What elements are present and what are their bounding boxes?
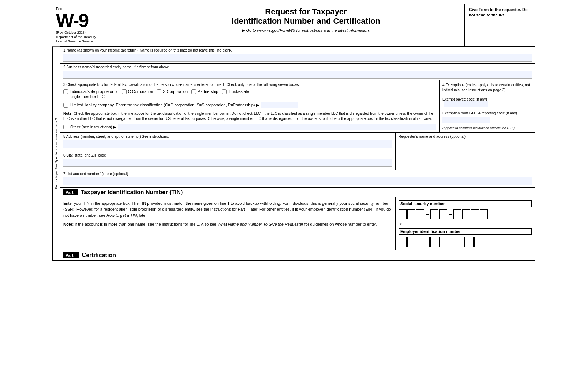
section6-label: 6 City, state, and ZIP code bbox=[63, 153, 392, 157]
form-dept2: Internal Revenue Service bbox=[56, 39, 143, 43]
checkbox-individual-label: Individual/sole proprietor or single-mem… bbox=[70, 89, 118, 99]
section7-row: 7 List account number(s) here (optional) bbox=[60, 170, 535, 188]
part1-body: Enter your TIN in the appropriate box. T… bbox=[60, 197, 535, 250]
part1-note-italic: What Name and Number To Give the Request… bbox=[217, 222, 303, 226]
ssn-cell-2[interactable] bbox=[407, 209, 415, 219]
section6-left: 6 City, state, and ZIP code bbox=[60, 151, 396, 170]
header-left: Form W-9 (Rev. October 2018) Department … bbox=[52, 4, 147, 46]
w9-form: Form W-9 (Rev. October 2018) Department … bbox=[52, 4, 535, 261]
field2-input[interactable] bbox=[63, 71, 532, 79]
part1-title: Taxpayer Identification Number (TIN) bbox=[81, 189, 183, 196]
checkbox-trust-label: Trust/estate bbox=[228, 89, 249, 94]
ssn-cell-5[interactable] bbox=[439, 209, 447, 219]
part2-header: Part II Certification bbox=[60, 250, 535, 260]
part1-left: Enter your TIN in the appropriate box. T… bbox=[60, 197, 396, 250]
address-input[interactable] bbox=[63, 140, 392, 148]
section6-row: 6 City, state, and ZIP code bbox=[60, 151, 535, 170]
ein-cell-2[interactable] bbox=[407, 237, 415, 247]
fatca-block: Exemption from FATCA reporting code (if … bbox=[442, 111, 532, 123]
ein-cell-6[interactable] bbox=[448, 237, 456, 247]
ssn-fields: – – bbox=[399, 209, 532, 219]
title-sub: Identification Number and Certification bbox=[151, 16, 461, 26]
checkbox-partnership: Partnership bbox=[191, 89, 218, 94]
form-body: Print or type. See Specific Instructions… bbox=[52, 47, 535, 260]
note-not: not bbox=[106, 117, 112, 121]
checkbox-s-corp-input[interactable] bbox=[157, 89, 161, 94]
field1-input[interactable] bbox=[63, 54, 532, 62]
checkbox-llc-input[interactable] bbox=[63, 103, 68, 108]
ssn-cell-9[interactable] bbox=[480, 209, 488, 219]
note-label: Note: bbox=[63, 112, 73, 116]
ssn-dash2: – bbox=[449, 211, 452, 218]
account-input[interactable] bbox=[63, 177, 532, 185]
ein-cell-9[interactable] bbox=[474, 237, 482, 247]
ssn-label: Social security number bbox=[399, 200, 532, 207]
requester-label: Requester's name and address (optional) bbox=[399, 135, 532, 139]
part1-note-text2: for guidelines on whose number to enter. bbox=[304, 222, 377, 226]
ssn-cell-6[interactable] bbox=[453, 209, 461, 219]
ein-cell-4[interactable] bbox=[430, 237, 438, 247]
ssn-group1 bbox=[399, 209, 424, 219]
part1-right: Social security number – – bbox=[396, 197, 535, 250]
field1-label: 1 Name (as shown on your income tax retu… bbox=[63, 48, 532, 52]
city-input[interactable] bbox=[63, 159, 392, 167]
field2-label: 2 Business name/disregarded entity name,… bbox=[63, 65, 532, 69]
checkbox-c-corp-label: C Corporation bbox=[128, 89, 153, 94]
other-row: Other (see instructions) ▶ bbox=[63, 124, 436, 130]
part1-note-label: Note: bbox=[63, 222, 74, 226]
checkbox-other-input[interactable] bbox=[63, 125, 68, 129]
checkbox-trust-input[interactable] bbox=[222, 89, 227, 94]
note-text2: disregarded from the owner for U.S. fede… bbox=[113, 117, 433, 121]
ein-cell-1[interactable] bbox=[399, 237, 407, 247]
field1-row: 1 Name (as shown on your income tax retu… bbox=[60, 47, 535, 64]
ssn-cell-4[interactable] bbox=[430, 209, 438, 219]
part1-italic1: How to get a TIN bbox=[106, 213, 137, 218]
part1-note-text1: If the account is in more than one name,… bbox=[75, 222, 217, 226]
ssn-cell-8[interactable] bbox=[471, 209, 479, 219]
ein-cell-7[interactable] bbox=[457, 237, 465, 247]
llc-classification-input[interactable] bbox=[261, 102, 298, 108]
applies-note: (Applies to accounts maintained outside … bbox=[442, 126, 532, 130]
form-number: W-9 bbox=[56, 11, 88, 30]
part1-box: Part I bbox=[63, 189, 78, 195]
go-to-text: ▶ Go to www.irs.gov/FormW9 for instructi… bbox=[151, 28, 461, 33]
checkbox-s-corp-label: S Corporation bbox=[163, 89, 188, 94]
exempt-row: Exempt payee code (if any) bbox=[442, 97, 532, 107]
ssn-cell-1[interactable] bbox=[399, 209, 407, 219]
ssn-cell-7[interactable] bbox=[462, 209, 470, 219]
ein-cell-8[interactable] bbox=[466, 237, 474, 247]
sidebar: Print or type. See Specific Instructions… bbox=[52, 47, 60, 260]
section4-label: 4 Exemptions (codes apply only to certai… bbox=[442, 83, 532, 93]
fatca-input[interactable] bbox=[442, 117, 490, 123]
section6-right bbox=[396, 151, 535, 170]
checkbox-c-corp-input[interactable] bbox=[122, 89, 127, 94]
exempt-input[interactable] bbox=[444, 101, 488, 107]
checkboxes-row: Individual/sole proprietor or single-mem… bbox=[63, 89, 436, 99]
ein-label: Employer identification number bbox=[399, 228, 532, 235]
checkbox-individual: Individual/sole proprietor or single-mem… bbox=[63, 89, 118, 99]
section3-left: 3 Check appropriate box for federal tax … bbox=[60, 80, 440, 132]
field2-row: 2 Business name/disregarded entity name,… bbox=[60, 64, 535, 80]
checkbox-individual-input[interactable] bbox=[63, 89, 68, 94]
ein-fields: – bbox=[399, 237, 532, 247]
part1-text2: , later. bbox=[137, 213, 148, 218]
section7-label: 7 List account number(s) here (optional) bbox=[63, 172, 532, 176]
ssn-cell-3[interactable] bbox=[416, 209, 424, 219]
ein-cell-5[interactable] bbox=[439, 237, 447, 247]
form-dept1: Department of the Treasury bbox=[56, 35, 143, 39]
header-center: Request for Taxpayer Identification Numb… bbox=[147, 4, 465, 46]
section5-right: Requester's name and address (optional) bbox=[396, 133, 535, 151]
note-block: Note: Check the appropriate box in the l… bbox=[63, 111, 436, 121]
form-header: Form W-9 (Rev. October 2018) Department … bbox=[52, 4, 535, 47]
section3-label: 3 Check appropriate box for federal tax … bbox=[63, 83, 436, 87]
header-right: Give Form to the requester. Do not send … bbox=[465, 4, 535, 46]
give-form-text: Give Form to the requester. Do not send … bbox=[469, 7, 528, 17]
ein-cell-3[interactable] bbox=[422, 237, 430, 247]
form-fields: 1 Name (as shown on your income tax retu… bbox=[60, 47, 535, 260]
part1-header: Part I Taxpayer Identification Number (T… bbox=[60, 188, 535, 197]
ein-dash: – bbox=[417, 239, 420, 245]
other-input[interactable] bbox=[118, 124, 436, 130]
exempt-label: Exempt payee code (if any) bbox=[442, 97, 487, 101]
checkbox-trust: Trust/estate bbox=[222, 89, 249, 94]
checkbox-partnership-input[interactable] bbox=[191, 89, 196, 94]
